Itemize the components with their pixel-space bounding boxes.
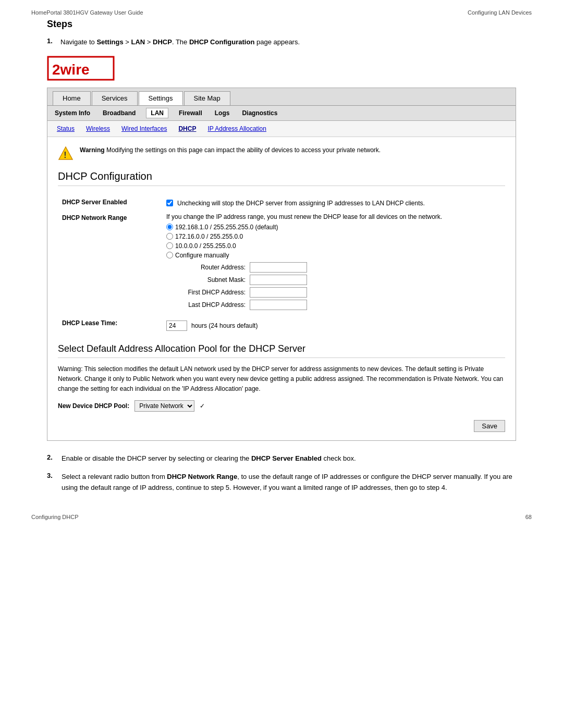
radio-option-1[interactable]: 192.168.1.0 / 255.255.255.0 (default) [166, 224, 501, 231]
logo-2wire: 2wire [47, 56, 115, 81]
sub-nav-firewall[interactable]: Firewall [177, 108, 204, 118]
sub-nav-bar: System Info Broadband LAN Firewall Logs … [47, 106, 516, 121]
steps-heading: Steps [47, 19, 516, 30]
radio-input-2[interactable] [166, 233, 173, 240]
step-2: 2. Enable or disable the DHCP server by … [47, 453, 516, 464]
network-range-label: DHCP Network Range [58, 210, 162, 315]
sub-nav-diagnostics[interactable]: Diagnostics [240, 108, 279, 118]
server-enabled-row: DHCP Server Enabled Unchecking will stop… [58, 194, 505, 210]
radio-option-2[interactable]: 172.16.0.0 / 255.255.0.0 [166, 233, 501, 240]
subnet-mask-label: Subnet Mask: [178, 276, 246, 283]
inner-tab-wireless[interactable]: Wireless [84, 124, 112, 133]
sub-nav-broadband[interactable]: Broadband [101, 108, 138, 118]
manual-fields: Router Address: Subnet Mask: First DHCP … [178, 262, 501, 310]
router-address-row: Router Address: [178, 262, 501, 273]
warning-icon: ! [58, 145, 74, 161]
lease-time-value: hours (24 hours default) [162, 315, 505, 334]
first-dhcp-input[interactable] [250, 287, 307, 298]
step-3: 3. Select a relevant radio button from D… [47, 472, 516, 493]
lease-time-label: DHCP Lease Time: [58, 315, 162, 334]
last-dhcp-input[interactable] [250, 300, 307, 310]
tab-sitemap[interactable]: Site Map [184, 91, 230, 105]
header-right: Configuring LAN Devices [468, 9, 532, 16]
sub-nav-logs[interactable]: Logs [213, 108, 232, 118]
dropdown-check-icon: ✓ [200, 402, 205, 410]
network-range-desc: If you change the IP address range, you … [166, 213, 501, 220]
step-3-number: 3. [47, 472, 56, 493]
page-header: HomePortal 3801HGV Gateway User Guide Co… [0, 0, 563, 19]
header-left: HomePortal 3801HGV Gateway User Guide [31, 9, 143, 16]
network-range-row: DHCP Network Range If you change the IP … [58, 210, 505, 315]
step-3-text: Select a relevant radio button from DHCP… [62, 472, 516, 493]
svg-text:!: ! [64, 151, 66, 159]
tab-settings[interactable]: Settings [139, 91, 183, 105]
step-1-number: 1. [47, 37, 56, 47]
pool-label: New Device DHCP Pool: [58, 402, 129, 410]
logo-area: 2wire [47, 56, 516, 82]
server-enabled-label: DHCP Server Enabled [58, 194, 162, 210]
footer-right: 68 [525, 514, 532, 520]
inner-tab-ipalloc[interactable]: IP Address Allocation [205, 124, 268, 133]
radio-input-4[interactable] [166, 252, 173, 258]
last-dhcp-label: Last DHCP Address: [178, 301, 246, 309]
save-row: Save [58, 420, 505, 432]
pool-warning-text: Warning: This selection modifies the def… [58, 364, 505, 394]
subnet-mask-row: Subnet Mask: [178, 275, 501, 285]
lease-row: hours (24 hours default) [166, 320, 501, 331]
nav-tabs-row: Home Services Settings Site Map [47, 88, 516, 106]
save-button[interactable]: Save [474, 420, 505, 432]
tab-services[interactable]: Services [92, 91, 138, 105]
page-footer: Configuring DHCP 68 [0, 509, 563, 525]
browser-content: ! Warning Modifying the settings on this… [47, 137, 516, 441]
main-content: Steps 1. Navigate to Settings > LAN > DH… [0, 19, 563, 493]
radio-group: 192.168.1.0 / 255.255.255.0 (default) 17… [166, 224, 501, 259]
router-address-label: Router Address: [178, 264, 246, 271]
server-enabled-value: Unchecking will stop the DHCP server fro… [162, 194, 505, 210]
footer-left: Configuring DHCP [31, 514, 78, 520]
dhcp-config-title: DHCP Configuration [58, 170, 505, 186]
warning-text: Warning Modifying the settings on this p… [80, 145, 381, 155]
sub-nav-systeminfo[interactable]: System Info [53, 108, 92, 118]
step-2-text: Enable or disable the DHCP server by sel… [62, 453, 356, 464]
inner-tab-status[interactable]: Status [55, 124, 77, 133]
svg-text:2wire: 2wire [52, 61, 90, 78]
step-1-text: Navigate to Settings > LAN > DHCP. The D… [60, 37, 300, 47]
lease-time-row: DHCP Lease Time: hours (24 hours default… [58, 315, 505, 334]
pool-select[interactable]: Private Network Public Network [134, 400, 194, 412]
bottom-steps: 2. Enable or disable the DHCP server by … [47, 453, 516, 493]
config-table: DHCP Server Enabled Unchecking will stop… [58, 194, 505, 334]
tab-home[interactable]: Home [53, 91, 91, 105]
radio-input-3[interactable] [166, 242, 173, 249]
step-2-number: 2. [47, 453, 56, 464]
radio-option-3[interactable]: 10.0.0.0 / 255.255.0.0 [166, 242, 501, 250]
router-address-input[interactable] [250, 262, 307, 273]
network-range-value: If you change the IP address range, you … [162, 210, 505, 315]
warning-box: ! Warning Modifying the settings on this… [58, 145, 505, 161]
sub-nav-lan[interactable]: LAN [146, 108, 168, 118]
server-enabled-checkbox[interactable] [166, 200, 173, 206]
server-enabled-checkbox-row: Unchecking will stop the DHCP server fro… [166, 200, 501, 207]
inner-tab-row: Status Wireless Wired Interfaces DHCP IP… [47, 121, 516, 137]
lease-desc: hours (24 hours default) [191, 322, 258, 329]
pool-row: New Device DHCP Pool: Private Network Pu… [58, 400, 505, 412]
first-dhcp-row: First DHCP Address: [178, 287, 501, 298]
lease-time-input[interactable] [166, 320, 187, 331]
step-1: 1. Navigate to Settings > LAN > DHCP. Th… [47, 37, 516, 47]
subnet-mask-input[interactable] [250, 275, 307, 285]
inner-tab-dhcp[interactable]: DHCP [176, 124, 198, 133]
radio-input-1[interactable] [166, 224, 173, 230]
address-pool-title: Select Default Address Allocation Pool f… [58, 343, 505, 358]
server-enabled-desc: Unchecking will stop the DHCP server fro… [177, 200, 425, 207]
radio-option-4[interactable]: Configure manually [166, 252, 501, 259]
browser-window: Home Services Settings Site Map System I… [47, 88, 516, 441]
first-dhcp-label: First DHCP Address: [178, 289, 246, 296]
inner-tab-wired[interactable]: Wired Interfaces [119, 124, 169, 133]
last-dhcp-row: Last DHCP Address: [178, 300, 501, 310]
